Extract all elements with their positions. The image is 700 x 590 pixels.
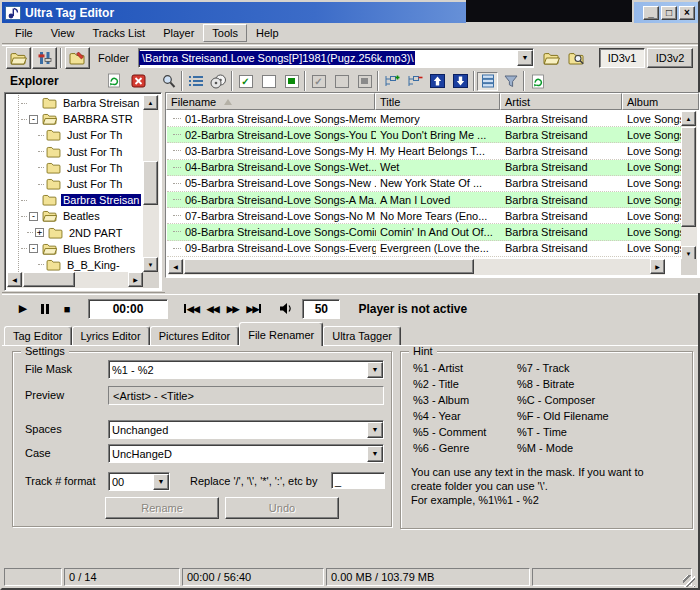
table-row[interactable]: 04-Barbra Streisand-Love Songs-Wet.... W…: [167, 160, 681, 176]
list-vertical-scrollbar[interactable]: ▲ ▼: [681, 111, 697, 261]
tree-item[interactable]: - BARBRA STR: [7, 111, 143, 127]
spaces-dropdown-button[interactable]: ▼: [367, 422, 383, 438]
undo-button[interactable]: Undo: [225, 497, 339, 519]
settings-tool-button[interactable]: [32, 47, 57, 69]
column-header-artist[interactable]: Artist: [500, 93, 622, 110]
tree-expander[interactable]: +: [35, 228, 44, 237]
scroll-left-button[interactable]: ◀: [7, 272, 22, 287]
scrollbar-thumb[interactable]: [143, 161, 158, 205]
tab-lyrics-editor[interactable]: Lyrics Editor: [72, 326, 150, 346]
stop-button[interactable]: ■: [56, 299, 78, 319]
refresh-explorer-button[interactable]: [103, 71, 124, 90]
scrollbar-thumb[interactable]: [23, 272, 75, 287]
collapse-tree-button[interactable]: [404, 72, 425, 91]
open-folder-button[interactable]: [6, 47, 31, 69]
rename-button[interactable]: Rename: [105, 497, 219, 519]
spaces-combobox[interactable]: Unchanged ▼: [108, 420, 384, 439]
case-dropdown-button[interactable]: ▼: [367, 446, 383, 462]
rewind-button[interactable]: ◀◀: [203, 299, 223, 319]
expand-tree-button[interactable]: [381, 72, 402, 91]
search-folder-button[interactable]: [564, 47, 589, 69]
skip-start-button[interactable]: ◀◀: [180, 299, 203, 319]
table-row[interactable]: 06-Barbra Streisand-Love Songs-A Ma... A…: [167, 192, 681, 208]
track-format-dropdown-button[interactable]: ▼: [153, 474, 169, 490]
tree-horizontal-scrollbar[interactable]: ◀ ▶: [7, 272, 143, 288]
tree-item[interactable]: B_B_King-: [7, 257, 143, 272]
case-combobox[interactable]: UncHangeD ▼: [108, 444, 384, 463]
tree-item[interactable]: Just For Th: [7, 160, 143, 176]
browse-folder-button[interactable]: [539, 47, 564, 69]
column-header-filename[interactable]: Filename: [166, 93, 375, 110]
tree-item[interactable]: Just For Th: [7, 127, 143, 143]
scroll-right-button[interactable]: ▶: [128, 272, 143, 287]
scroll-right-button[interactable]: ▶: [650, 259, 665, 274]
file-mask-combobox[interactable]: %1 - %2 ▼: [108, 360, 384, 379]
refresh-list-button[interactable]: [527, 72, 548, 91]
discs-button[interactable]: [208, 72, 229, 91]
column-header-title[interactable]: Title: [375, 93, 500, 110]
tree-item-selected[interactable]: Barbra Streisan: [7, 192, 143, 208]
column-header-album[interactable]: Album: [622, 93, 699, 110]
folder-path-combobox[interactable]: \Barbra Streisand.Love Songs[P]1981(Pugz…: [138, 48, 534, 68]
titlebar[interactable]: Ultra Tag Editor _ □ ×: [2, 2, 698, 23]
menu-help[interactable]: Help: [247, 24, 288, 42]
uncheck-gray-button[interactable]: [331, 72, 352, 91]
scroll-up-button[interactable]: ▲: [681, 111, 696, 126]
menu-tools[interactable]: Tools: [203, 24, 247, 42]
scroll-down-button[interactable]: ▼: [143, 257, 158, 272]
tab-file-renamer[interactable]: File Renamer: [239, 322, 323, 346]
id3v2-toggle-button[interactable]: ID3v2: [647, 48, 693, 68]
tree-item[interactable]: + 2ND PART: [7, 225, 143, 241]
menu-view[interactable]: View: [42, 24, 84, 42]
list-horizontal-scrollbar[interactable]: ◀ ▶: [168, 259, 665, 275]
move-down-button[interactable]: [450, 72, 471, 91]
scroll-left-button[interactable]: ◀: [168, 259, 183, 274]
table-row[interactable]: 05-Barbra Streisand-Love Songs-New ... N…: [167, 176, 681, 192]
menu-file[interactable]: File: [6, 24, 42, 42]
tab-tag-editor[interactable]: Tag Editor: [4, 326, 72, 346]
menu-player[interactable]: Player: [154, 24, 203, 42]
resize-grip[interactable]: [683, 575, 695, 587]
track-format-combobox[interactable]: 00 ▼: [108, 472, 170, 491]
minimize-button[interactable]: _: [643, 6, 659, 20]
tree-item[interactable]: Barbra Streisan: [7, 95, 143, 111]
maximize-button[interactable]: □: [661, 6, 677, 20]
close-button[interactable]: ×: [679, 6, 695, 20]
play-button[interactable]: ▶: [12, 299, 34, 319]
filter-button[interactable]: [500, 72, 521, 91]
tree-expander[interactable]: -: [29, 244, 38, 253]
uncheck-all-button[interactable]: [258, 72, 279, 91]
table-row[interactable]: 07-Barbra Streisand-Love Songs-No M... N…: [167, 208, 681, 224]
view-list-button[interactable]: [477, 72, 498, 91]
folder-path-dropdown-button[interactable]: ▼: [517, 50, 533, 66]
replace-chars-input[interactable]: _: [331, 472, 385, 489]
tree-item[interactable]: - Beatles: [7, 208, 143, 224]
scrollbar-thumb[interactable]: [681, 127, 696, 227]
tree-item[interactable]: Just For Th: [7, 176, 143, 192]
scroll-up-button[interactable]: ▲: [143, 95, 158, 110]
tab-pictures-editor[interactable]: Pictures Editor: [150, 326, 240, 346]
table-row[interactable]: 03-Barbra Streisand-Love Songs-My H... M…: [167, 143, 681, 159]
close-explorer-button[interactable]: [128, 71, 149, 90]
playlist-button[interactable]: [185, 72, 206, 91]
tree-expander[interactable]: -: [29, 212, 38, 221]
tree-vertical-scrollbar[interactable]: ▲ ▼: [143, 95, 159, 272]
table-row[interactable]: 01-Barbra Streisand-Love Songs-Memo... M…: [167, 111, 681, 127]
move-up-button[interactable]: [427, 72, 448, 91]
check-all-button[interactable]: ✓: [235, 72, 256, 91]
tree-expander[interactable]: -: [29, 115, 38, 124]
id3v1-toggle-button[interactable]: ID3v1: [599, 48, 645, 68]
invert-gray-button[interactable]: [354, 72, 375, 91]
file-mask-dropdown-button[interactable]: ▼: [367, 362, 383, 378]
tree-item[interactable]: Just For Th: [7, 144, 143, 160]
search-tracks-button[interactable]: [158, 72, 179, 91]
edit-folder-button[interactable]: [65, 47, 90, 69]
tab-ultra-tagger[interactable]: Ultra Tagger: [323, 326, 401, 346]
table-row[interactable]: 09-Barbra Streisand-Love Songs-Everg... …: [167, 241, 681, 257]
table-row[interactable]: 02-Barbra Streisand-Love Songs-You D... …: [167, 127, 681, 143]
table-row[interactable]: 08-Barbra Streisand-Love Songs-Comin... …: [167, 224, 681, 240]
menu-tracks-list[interactable]: Tracks List: [83, 24, 154, 42]
pause-button[interactable]: [34, 299, 56, 319]
check-gray-button[interactable]: ✓: [308, 72, 329, 91]
invert-check-button[interactable]: [281, 72, 302, 91]
